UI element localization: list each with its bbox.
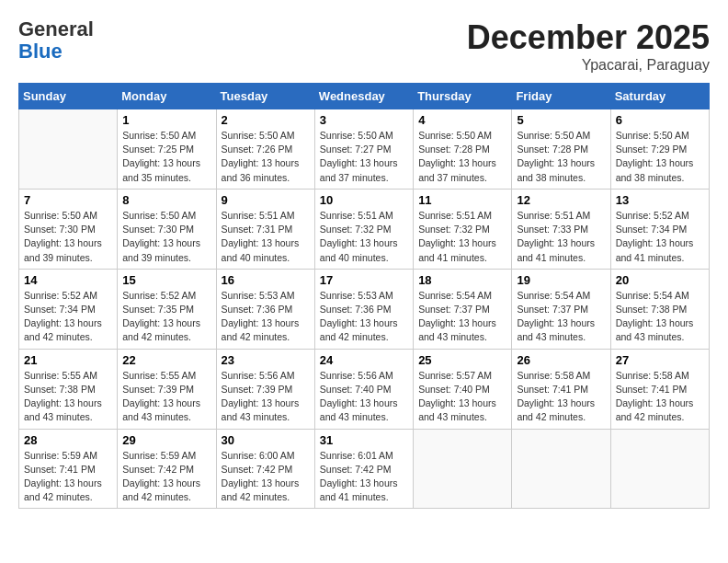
calendar-cell: 24Sunrise: 5:56 AMSunset: 7:40 PMDayligh… bbox=[314, 349, 413, 429]
calendar-cell: 10Sunrise: 5:51 AMSunset: 7:32 PMDayligh… bbox=[314, 189, 413, 269]
calendar-cell: 12Sunrise: 5:51 AMSunset: 7:33 PMDayligh… bbox=[512, 189, 610, 269]
month-title: December 2025 bbox=[467, 18, 710, 57]
col-friday: Friday bbox=[512, 84, 610, 109]
day-info: Sunrise: 5:54 AMSunset: 7:37 PMDaylight:… bbox=[517, 289, 605, 345]
day-info: Sunrise: 5:53 AMSunset: 7:36 PMDaylight:… bbox=[320, 289, 408, 345]
calendar-cell: 29Sunrise: 5:59 AMSunset: 7:42 PMDayligh… bbox=[118, 429, 216, 509]
day-number: 4 bbox=[418, 113, 506, 127]
day-number: 27 bbox=[616, 353, 704, 367]
day-info: Sunrise: 5:50 AMSunset: 7:26 PMDaylight:… bbox=[222, 129, 310, 185]
day-info: Sunrise: 5:53 AMSunset: 7:36 PMDaylight:… bbox=[222, 289, 310, 345]
day-number: 23 bbox=[222, 353, 310, 367]
day-info: Sunrise: 5:54 AMSunset: 7:38 PMDaylight:… bbox=[616, 289, 704, 345]
logo: General Blue bbox=[18, 18, 94, 63]
day-number: 7 bbox=[24, 193, 112, 207]
day-number: 11 bbox=[418, 193, 506, 207]
day-number: 1 bbox=[122, 113, 210, 127]
calendar-cell: 5Sunrise: 5:50 AMSunset: 7:28 PMDaylight… bbox=[512, 109, 610, 190]
day-number: 5 bbox=[517, 113, 605, 127]
day-info: Sunrise: 5:51 AMSunset: 7:32 PMDaylight:… bbox=[418, 209, 506, 265]
day-info: Sunrise: 5:50 AMSunset: 7:30 PMDaylight:… bbox=[122, 209, 210, 265]
day-info: Sunrise: 5:58 AMSunset: 7:41 PMDaylight:… bbox=[517, 369, 605, 425]
calendar-cell: 9Sunrise: 5:51 AMSunset: 7:31 PMDaylight… bbox=[216, 189, 314, 269]
day-number: 30 bbox=[222, 433, 310, 447]
calendar-cell: 27Sunrise: 5:58 AMSunset: 7:41 PMDayligh… bbox=[610, 349, 709, 429]
day-info: Sunrise: 5:59 AMSunset: 7:41 PMDaylight:… bbox=[24, 449, 112, 505]
day-number: 16 bbox=[222, 273, 310, 287]
calendar-cell: 17Sunrise: 5:53 AMSunset: 7:36 PMDayligh… bbox=[314, 269, 413, 349]
day-info: Sunrise: 5:50 AMSunset: 7:28 PMDaylight:… bbox=[418, 129, 506, 185]
calendar-week-row: 14Sunrise: 5:52 AMSunset: 7:34 PMDayligh… bbox=[19, 269, 710, 349]
calendar-header: Sunday Monday Tuesday Wednesday Thursday… bbox=[19, 84, 710, 109]
logo-line2: Blue bbox=[18, 40, 94, 63]
col-monday: Monday bbox=[118, 84, 216, 109]
col-thursday: Thursday bbox=[414, 84, 512, 109]
location-subtitle: Ypacarai, Paraguay bbox=[467, 57, 710, 74]
calendar-cell: 7Sunrise: 5:50 AMSunset: 7:30 PMDaylight… bbox=[19, 189, 118, 269]
calendar-cell: 28Sunrise: 5:59 AMSunset: 7:41 PMDayligh… bbox=[19, 429, 118, 509]
day-info: Sunrise: 5:52 AMSunset: 7:34 PMDaylight:… bbox=[616, 209, 704, 265]
calendar-cell: 23Sunrise: 5:56 AMSunset: 7:39 PMDayligh… bbox=[216, 349, 314, 429]
calendar-cell bbox=[414, 429, 512, 509]
calendar-cell: 1Sunrise: 5:50 AMSunset: 7:25 PMDaylight… bbox=[118, 109, 216, 190]
day-number: 8 bbox=[122, 193, 210, 207]
calendar-cell bbox=[610, 429, 709, 509]
calendar-cell: 8Sunrise: 5:50 AMSunset: 7:30 PMDaylight… bbox=[118, 189, 216, 269]
day-number: 19 bbox=[517, 273, 605, 287]
day-info: Sunrise: 5:50 AMSunset: 7:30 PMDaylight:… bbox=[24, 209, 112, 265]
day-info: Sunrise: 5:50 AMSunset: 7:28 PMDaylight:… bbox=[517, 129, 605, 185]
calendar-cell: 26Sunrise: 5:58 AMSunset: 7:41 PMDayligh… bbox=[512, 349, 610, 429]
calendar-cell: 14Sunrise: 5:52 AMSunset: 7:34 PMDayligh… bbox=[19, 269, 118, 349]
calendar-cell: 4Sunrise: 5:50 AMSunset: 7:28 PMDaylight… bbox=[414, 109, 512, 190]
calendar-cell: 21Sunrise: 5:55 AMSunset: 7:38 PMDayligh… bbox=[19, 349, 118, 429]
calendar-week-row: 21Sunrise: 5:55 AMSunset: 7:38 PMDayligh… bbox=[19, 349, 710, 429]
day-info: Sunrise: 5:52 AMSunset: 7:35 PMDaylight:… bbox=[122, 289, 210, 345]
calendar-cell: 31Sunrise: 6:01 AMSunset: 7:42 PMDayligh… bbox=[314, 429, 413, 509]
calendar-cell: 18Sunrise: 5:54 AMSunset: 7:37 PMDayligh… bbox=[414, 269, 512, 349]
day-number: 14 bbox=[24, 273, 112, 287]
col-saturday: Saturday bbox=[610, 84, 709, 109]
calendar-cell: 16Sunrise: 5:53 AMSunset: 7:36 PMDayligh… bbox=[216, 269, 314, 349]
logo-text: General Blue bbox=[18, 18, 94, 63]
day-number: 10 bbox=[320, 193, 408, 207]
day-number: 3 bbox=[320, 113, 408, 127]
day-info: Sunrise: 5:58 AMSunset: 7:41 PMDaylight:… bbox=[616, 369, 704, 425]
day-info: Sunrise: 5:52 AMSunset: 7:34 PMDaylight:… bbox=[24, 289, 112, 345]
page-header: General Blue December 2025 Ypacarai, Par… bbox=[18, 18, 710, 74]
calendar-week-row: 28Sunrise: 5:59 AMSunset: 7:41 PMDayligh… bbox=[19, 429, 710, 509]
day-number: 6 bbox=[616, 113, 704, 127]
col-wednesday: Wednesday bbox=[314, 84, 413, 109]
day-info: Sunrise: 5:55 AMSunset: 7:38 PMDaylight:… bbox=[24, 369, 112, 425]
calendar-cell: 6Sunrise: 5:50 AMSunset: 7:29 PMDaylight… bbox=[610, 109, 709, 190]
title-block: December 2025 Ypacarai, Paraguay bbox=[467, 18, 710, 74]
col-sunday: Sunday bbox=[19, 84, 118, 109]
day-number: 21 bbox=[24, 353, 112, 367]
day-info: Sunrise: 5:51 AMSunset: 7:31 PMDaylight:… bbox=[222, 209, 310, 265]
day-info: Sunrise: 5:51 AMSunset: 7:33 PMDaylight:… bbox=[517, 209, 605, 265]
day-number: 28 bbox=[24, 433, 112, 447]
calendar-cell: 3Sunrise: 5:50 AMSunset: 7:27 PMDaylight… bbox=[314, 109, 413, 190]
calendar-week-row: 1Sunrise: 5:50 AMSunset: 7:25 PMDaylight… bbox=[19, 109, 710, 190]
calendar-cell bbox=[19, 109, 118, 190]
calendar-cell: 19Sunrise: 5:54 AMSunset: 7:37 PMDayligh… bbox=[512, 269, 610, 349]
calendar-cell: 15Sunrise: 5:52 AMSunset: 7:35 PMDayligh… bbox=[118, 269, 216, 349]
calendar-table: Sunday Monday Tuesday Wednesday Thursday… bbox=[18, 83, 710, 509]
day-number: 25 bbox=[418, 353, 506, 367]
day-number: 18 bbox=[418, 273, 506, 287]
calendar-cell: 13Sunrise: 5:52 AMSunset: 7:34 PMDayligh… bbox=[610, 189, 709, 269]
day-info: Sunrise: 5:51 AMSunset: 7:32 PMDaylight:… bbox=[320, 209, 408, 265]
col-tuesday: Tuesday bbox=[216, 84, 314, 109]
day-number: 9 bbox=[222, 193, 310, 207]
calendar-cell: 2Sunrise: 5:50 AMSunset: 7:26 PMDaylight… bbox=[216, 109, 314, 190]
day-info: Sunrise: 5:50 AMSunset: 7:29 PMDaylight:… bbox=[616, 129, 704, 185]
day-info: Sunrise: 6:00 AMSunset: 7:42 PMDaylight:… bbox=[222, 449, 310, 505]
day-info: Sunrise: 6:01 AMSunset: 7:42 PMDaylight:… bbox=[320, 449, 408, 505]
day-info: Sunrise: 5:56 AMSunset: 7:39 PMDaylight:… bbox=[222, 369, 310, 425]
header-row: Sunday Monday Tuesday Wednesday Thursday… bbox=[19, 84, 710, 109]
calendar-week-row: 7Sunrise: 5:50 AMSunset: 7:30 PMDaylight… bbox=[19, 189, 710, 269]
logo-line1: General bbox=[18, 18, 94, 40]
calendar-cell: 20Sunrise: 5:54 AMSunset: 7:38 PMDayligh… bbox=[610, 269, 709, 349]
calendar-body: 1Sunrise: 5:50 AMSunset: 7:25 PMDaylight… bbox=[19, 109, 710, 509]
day-number: 22 bbox=[122, 353, 210, 367]
calendar-cell: 11Sunrise: 5:51 AMSunset: 7:32 PMDayligh… bbox=[414, 189, 512, 269]
